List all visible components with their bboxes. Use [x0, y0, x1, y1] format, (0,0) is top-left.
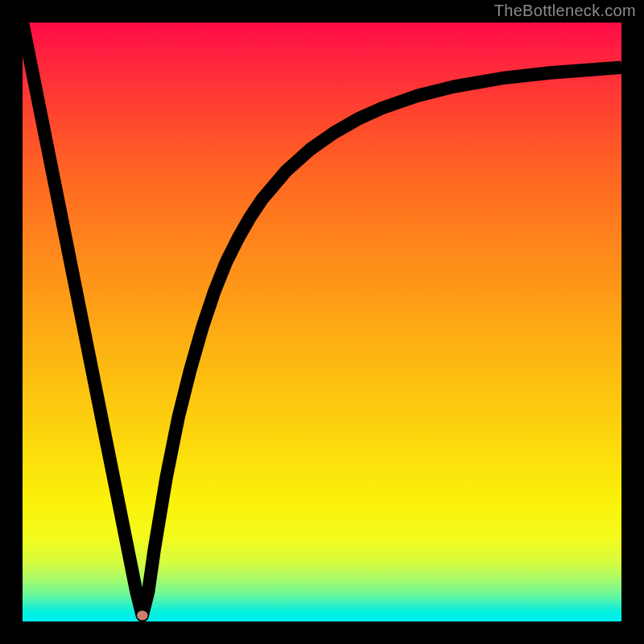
- chart-container: TheBottleneck.com: [0, 0, 644, 644]
- plot-area: [23, 23, 621, 621]
- bottleneck-curve: [23, 23, 621, 616]
- minimum-marker: [137, 611, 147, 621]
- curve-svg: [23, 23, 621, 621]
- watermark-text: TheBottleneck.com: [494, 2, 636, 20]
